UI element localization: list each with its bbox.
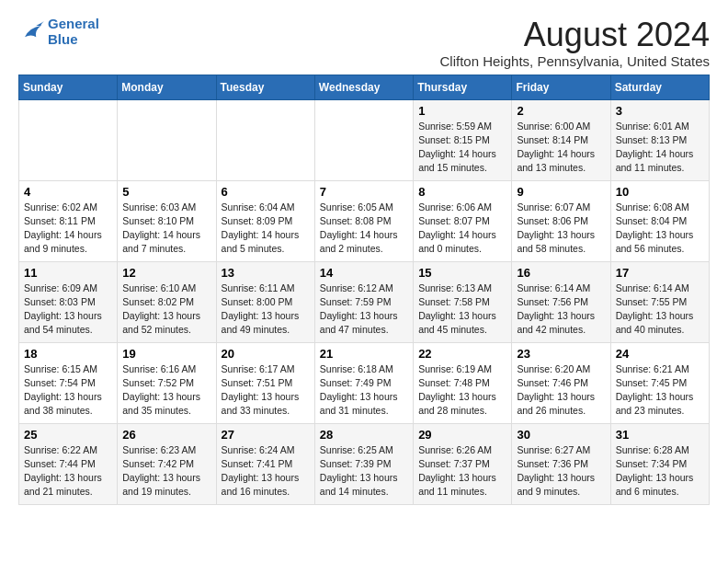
calendar-table: SundayMondayTuesdayWednesdayThursdayFrid… [18, 75, 710, 505]
day-cell: 4Sunrise: 6:02 AMSunset: 8:11 PMDaylight… [19, 180, 118, 261]
day-info: Sunrise: 6:22 AMSunset: 7:44 PMDaylight:… [24, 443, 112, 500]
day-info: Sunrise: 5:59 AMSunset: 8:15 PMDaylight:… [418, 120, 506, 176]
day-cell: 6Sunrise: 6:04 AMSunset: 8:09 PMDaylight… [216, 180, 314, 261]
header-friday: Friday [512, 75, 610, 99]
day-number: 8 [418, 185, 506, 199]
day-cell: 30Sunrise: 6:27 AMSunset: 7:36 PMDayligh… [512, 423, 610, 504]
logo: General Blue [18, 17, 99, 47]
day-number: 13 [222, 266, 310, 280]
day-number: 5 [122, 185, 210, 199]
day-info: Sunrise: 6:07 AMSunset: 8:06 PMDaylight:… [517, 201, 605, 257]
day-info: Sunrise: 6:01 AMSunset: 8:13 PMDaylight:… [616, 120, 704, 176]
day-cell: 9Sunrise: 6:07 AMSunset: 8:06 PMDaylight… [512, 180, 610, 261]
day-number: 25 [24, 428, 112, 442]
day-info: Sunrise: 6:20 AMSunset: 7:46 PMDaylight:… [517, 362, 605, 419]
day-cell: 2Sunrise: 6:00 AMSunset: 8:14 PMDaylight… [512, 99, 610, 180]
day-cell: 23Sunrise: 6:20 AMSunset: 7:46 PMDayligh… [512, 342, 610, 423]
day-info: Sunrise: 6:28 AMSunset: 7:34 PMDaylight:… [616, 443, 704, 500]
day-number: 30 [517, 428, 605, 442]
day-number: 28 [320, 428, 408, 442]
day-number: 11 [24, 266, 112, 280]
day-cell: 27Sunrise: 6:24 AMSunset: 7:41 PMDayligh… [216, 423, 314, 504]
day-number: 18 [24, 347, 112, 361]
day-cell [19, 99, 118, 180]
day-cell: 12Sunrise: 6:10 AMSunset: 8:02 PMDayligh… [118, 261, 216, 342]
day-cell: 29Sunrise: 6:26 AMSunset: 7:37 PMDayligh… [414, 423, 512, 504]
day-number: 16 [517, 266, 605, 280]
day-info: Sunrise: 6:02 AMSunset: 8:11 PMDaylight:… [24, 201, 112, 257]
day-number: 4 [24, 185, 112, 199]
subtitle: Clifton Heights, Pennsylvania, United St… [440, 53, 711, 69]
day-cell [216, 99, 314, 180]
day-info: Sunrise: 6:00 AMSunset: 8:14 PMDaylight:… [517, 120, 605, 176]
page: General Blue August 2024 Clifton Heights… [0, 0, 728, 514]
day-cell: 3Sunrise: 6:01 AMSunset: 8:13 PMDaylight… [610, 99, 709, 180]
day-cell: 28Sunrise: 6:25 AMSunset: 7:39 PMDayligh… [314, 423, 413, 504]
day-cell: 24Sunrise: 6:21 AMSunset: 7:45 PMDayligh… [610, 342, 709, 423]
header-wednesday: Wednesday [314, 75, 413, 99]
day-number: 31 [616, 428, 704, 442]
day-number: 21 [320, 347, 408, 361]
day-number: 1 [418, 104, 506, 118]
day-info: Sunrise: 6:10 AMSunset: 8:02 PMDaylight:… [122, 282, 210, 338]
day-number: 29 [418, 428, 506, 442]
day-number: 23 [517, 347, 605, 361]
week-row-1: 1Sunrise: 5:59 AMSunset: 8:15 PMDaylight… [19, 99, 710, 180]
day-cell: 5Sunrise: 6:03 AMSunset: 8:10 PMDaylight… [118, 180, 216, 261]
day-cell: 17Sunrise: 6:14 AMSunset: 7:55 PMDayligh… [610, 261, 709, 342]
day-info: Sunrise: 6:12 AMSunset: 7:59 PMDaylight:… [320, 282, 408, 338]
day-number: 24 [616, 347, 704, 361]
day-number: 7 [320, 185, 408, 199]
day-info: Sunrise: 6:14 AMSunset: 7:55 PMDaylight:… [616, 282, 704, 338]
day-cell: 19Sunrise: 6:16 AMSunset: 7:52 PMDayligh… [118, 342, 216, 423]
day-info: Sunrise: 6:06 AMSunset: 8:07 PMDaylight:… [418, 201, 506, 257]
header-saturday: Saturday [610, 75, 709, 99]
day-cell: 1Sunrise: 5:59 AMSunset: 8:15 PMDaylight… [414, 99, 512, 180]
day-info: Sunrise: 6:24 AMSunset: 7:41 PMDaylight:… [222, 443, 310, 500]
week-row-4: 18Sunrise: 6:15 AMSunset: 7:54 PMDayligh… [19, 342, 710, 423]
day-info: Sunrise: 6:26 AMSunset: 7:37 PMDaylight:… [418, 443, 506, 500]
day-info: Sunrise: 6:05 AMSunset: 8:08 PMDaylight:… [320, 201, 408, 257]
day-info: Sunrise: 6:09 AMSunset: 8:03 PMDaylight:… [24, 282, 112, 338]
day-number: 26 [122, 428, 210, 442]
day-number: 10 [616, 185, 704, 199]
day-number: 12 [122, 266, 210, 280]
day-number: 22 [418, 347, 506, 361]
day-info: Sunrise: 6:17 AMSunset: 7:51 PMDaylight:… [222, 362, 310, 419]
day-number: 27 [222, 428, 310, 442]
day-info: Sunrise: 6:03 AMSunset: 8:10 PMDaylight:… [122, 201, 210, 257]
day-cell: 15Sunrise: 6:13 AMSunset: 7:58 PMDayligh… [414, 261, 512, 342]
header-row: SundayMondayTuesdayWednesdayThursdayFrid… [19, 75, 710, 99]
week-row-3: 11Sunrise: 6:09 AMSunset: 8:03 PMDayligh… [19, 261, 710, 342]
logo-text: General Blue [48, 17, 99, 47]
day-cell: 22Sunrise: 6:19 AMSunset: 7:48 PMDayligh… [414, 342, 512, 423]
day-info: Sunrise: 6:14 AMSunset: 7:56 PMDaylight:… [517, 282, 605, 338]
week-row-2: 4Sunrise: 6:02 AMSunset: 8:11 PMDaylight… [19, 180, 710, 261]
day-number: 2 [517, 104, 605, 118]
day-info: Sunrise: 6:16 AMSunset: 7:52 PMDaylight:… [122, 362, 210, 419]
day-cell: 31Sunrise: 6:28 AMSunset: 7:34 PMDayligh… [610, 423, 709, 504]
main-title: August 2024 [440, 17, 711, 53]
header-area: General Blue August 2024 Clifton Heights… [18, 17, 710, 69]
header-monday: Monday [118, 75, 216, 99]
day-info: Sunrise: 6:19 AMSunset: 7:48 PMDaylight:… [418, 362, 506, 419]
header-tuesday: Tuesday [216, 75, 314, 99]
day-number: 17 [616, 266, 704, 280]
day-info: Sunrise: 6:13 AMSunset: 7:58 PMDaylight:… [418, 282, 506, 338]
day-info: Sunrise: 6:25 AMSunset: 7:39 PMDaylight:… [320, 443, 408, 500]
day-info: Sunrise: 6:21 AMSunset: 7:45 PMDaylight:… [616, 362, 704, 419]
day-info: Sunrise: 6:04 AMSunset: 8:09 PMDaylight:… [222, 201, 310, 257]
day-number: 3 [616, 104, 704, 118]
day-cell: 8Sunrise: 6:06 AMSunset: 8:07 PMDaylight… [414, 180, 512, 261]
day-info: Sunrise: 6:11 AMSunset: 8:00 PMDaylight:… [222, 282, 310, 338]
day-number: 9 [517, 185, 605, 199]
day-cell: 21Sunrise: 6:18 AMSunset: 7:49 PMDayligh… [314, 342, 413, 423]
logo-bird-icon [18, 19, 44, 45]
day-cell: 14Sunrise: 6:12 AMSunset: 7:59 PMDayligh… [314, 261, 413, 342]
day-number: 20 [222, 347, 310, 361]
day-cell: 20Sunrise: 6:17 AMSunset: 7:51 PMDayligh… [216, 342, 314, 423]
day-info: Sunrise: 6:27 AMSunset: 7:36 PMDaylight:… [517, 443, 605, 500]
day-cell: 7Sunrise: 6:05 AMSunset: 8:08 PMDaylight… [314, 180, 413, 261]
day-cell: 10Sunrise: 6:08 AMSunset: 8:04 PMDayligh… [610, 180, 709, 261]
day-cell: 26Sunrise: 6:23 AMSunset: 7:42 PMDayligh… [118, 423, 216, 504]
